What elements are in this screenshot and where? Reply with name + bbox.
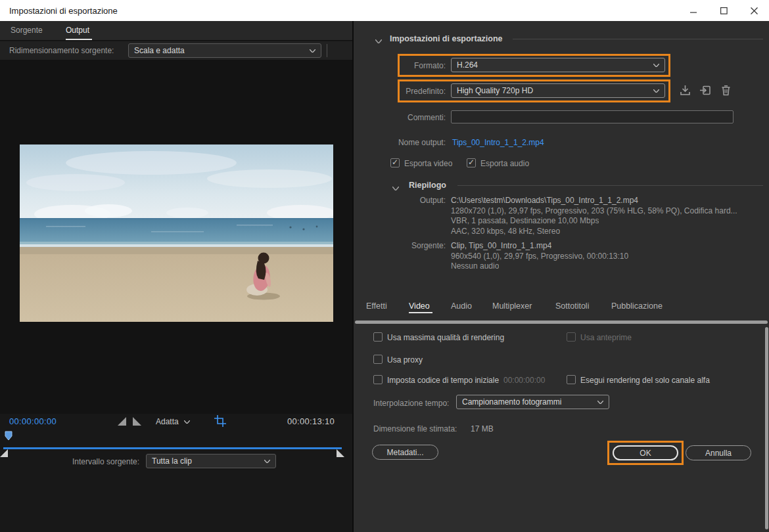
summary-source-line: Clip, Tips_00_Intro_1_1.mp4 <box>451 241 551 250</box>
start-timecode-checkbox[interactable] <box>373 375 383 384</box>
source-scaling-value: Scala e adatta <box>134 46 185 55</box>
playhead[interactable] <box>5 431 12 443</box>
format-value: H.264 <box>457 60 478 70</box>
chevron-down-icon <box>264 460 270 463</box>
zoom-level-dropdown[interactable]: Adatta <box>156 417 190 426</box>
chevron-down-icon <box>653 64 659 67</box>
comments-input[interactable] <box>451 110 734 123</box>
set-out-point-button[interactable] <box>133 417 141 426</box>
metadata-button-label: Metadati... <box>386 448 423 457</box>
set-in-point-button[interactable] <box>118 417 126 426</box>
trim-handle-right[interactable] <box>337 449 344 459</box>
clip-duration: 00:00:13:10 <box>287 416 335 426</box>
section-divider-line <box>457 185 763 186</box>
metadata-button[interactable]: Metadati... <box>372 445 438 460</box>
source-range-label: Intervallo sorgente: <box>9 457 139 466</box>
format-dropdown[interactable]: H.264 <box>451 58 665 72</box>
summary-output-line: C:\Users\testm\Downloads\Tips_00_Intro_1… <box>451 196 638 205</box>
file-size-value: 17 MB <box>471 424 494 433</box>
titlebar: Impostazioni di esportazione <box>0 0 769 21</box>
preview-background <box>0 60 352 414</box>
chevron-down-icon <box>375 39 382 43</box>
maximize-icon <box>720 7 728 14</box>
source-range-dropdown[interactable]: Tutta la clip <box>146 454 276 468</box>
export-video-checkbox[interactable] <box>390 158 400 167</box>
source-scaling-label: Ridimensionamento sorgente: <box>9 46 114 55</box>
window-controls <box>678 0 769 21</box>
summary-section-collapse[interactable] <box>392 183 399 192</box>
ok-button-label: OK <box>640 449 651 458</box>
trim-handle-right-icon <box>337 449 344 457</box>
save-preset-icon <box>679 84 691 97</box>
crop-output-button[interactable] <box>213 414 227 428</box>
close-icon <box>751 7 758 14</box>
current-timecode[interactable]: 00:00:00:00 <box>9 416 57 426</box>
import-preset-button[interactable] <box>699 84 712 97</box>
output-name-link[interactable]: Tips_00_Intro_1_1_2.mp4 <box>452 138 544 147</box>
summary-source-label: Sorgente: <box>373 241 446 250</box>
use-proxy-checkbox[interactable] <box>373 355 383 364</box>
use-previews-label: Usa anteprime <box>580 333 632 342</box>
tab-effetti[interactable]: Effetti <box>366 301 387 311</box>
start-timecode-value: 00:00:00:00 <box>503 376 545 385</box>
summary-output-line: 1280x720 (1,0), 29,97 fps, Progressivo, … <box>451 206 737 215</box>
tab-sottotitoli[interactable]: Sottotitoli <box>555 301 589 311</box>
use-proxy-label: Usa proxy <box>387 355 423 365</box>
alpha-only-checkbox[interactable] <box>567 375 576 384</box>
video-preview-frame <box>20 144 333 322</box>
close-button[interactable] <box>739 0 769 21</box>
playhead-icon <box>5 431 12 441</box>
interpolation-dropdown[interactable]: Campionamento fotogrammi <box>456 395 609 409</box>
section-divider-line <box>513 39 763 39</box>
beach-preview-image <box>20 144 333 322</box>
preview-tab-bar: Sorgente Output <box>0 21 352 41</box>
file-size-label: Dimensione file stimata: <box>373 424 457 433</box>
export-settings-panel: Impostazioni di esportazione Formato: H.… <box>354 21 769 532</box>
set-out-point-icon <box>133 417 141 426</box>
use-previews-checkbox[interactable] <box>567 332 576 342</box>
export-audio-checkbox[interactable] <box>467 158 476 167</box>
preset-value: High Quality 720p HD <box>457 86 533 95</box>
max-quality-checkbox[interactable] <box>373 332 383 342</box>
summary-output-line: VBR, 1 passata, Destinazione 10,00 Mbps <box>451 216 599 225</box>
tab-output[interactable]: Output <box>66 26 89 35</box>
tab-audio[interactable]: Audio <box>451 301 472 311</box>
chevron-down-icon <box>597 401 603 404</box>
summary-output-line: AAC, 320 kbps, 48 kHz, Stereo <box>451 227 560 236</box>
tab-multiplexer[interactable]: Multiplexer <box>492 301 532 311</box>
preset-dropdown[interactable]: High Quality 720p HD <box>451 83 665 98</box>
tab-sorgente[interactable]: Sorgente <box>11 26 43 35</box>
settings-section-collapse[interactable] <box>375 36 382 45</box>
toolbar-separator <box>327 44 327 57</box>
preset-label: Predefinito: <box>373 87 446 96</box>
vertical-scrollbar[interactable] <box>765 327 768 529</box>
trim-handle-left[interactable] <box>0 449 8 459</box>
export-settings-window: Impostazioni di esportazione Sorgente Ou… <box>0 0 769 532</box>
interpolation-label: Interpolazione tempo: <box>373 399 449 408</box>
tab-pubblicazione[interactable]: Pubblicazione <box>611 301 663 311</box>
minimize-button[interactable] <box>678 0 709 21</box>
export-video-label: Esporta video <box>404 159 452 168</box>
summary-section-title: Riepilogo <box>409 181 446 190</box>
delete-preset-button[interactable] <box>720 84 732 97</box>
tab-video-underline <box>409 312 432 313</box>
chevron-down-icon <box>310 49 315 53</box>
start-timecode-label: Imposta codice di tempo iniziale <box>387 376 499 385</box>
trash-icon <box>720 84 732 97</box>
save-preset-button[interactable] <box>679 84 691 97</box>
window-title: Impostazioni di esportazione <box>9 6 118 16</box>
tab-output-underline <box>66 39 92 40</box>
ok-button[interactable]: OK <box>613 445 678 460</box>
cancel-button[interactable]: Annulla <box>686 445 751 460</box>
source-range-value: Tutta la clip <box>152 456 192 466</box>
interpolation-value: Campionamento fotogrammi <box>462 397 561 407</box>
settings-section-title: Impostazioni di esportazione <box>390 34 503 43</box>
maximize-button[interactable] <box>709 0 739 21</box>
chevron-down-icon <box>184 420 190 424</box>
timeline-track[interactable] <box>3 447 342 449</box>
output-name-label: Nome output: <box>373 138 446 147</box>
tab-video[interactable]: Video <box>409 301 430 311</box>
source-scaling-dropdown[interactable]: Scala e adatta <box>128 43 321 58</box>
summary-source-line: Nessun audio <box>451 261 499 271</box>
horizontal-scrollbar[interactable] <box>355 321 768 324</box>
